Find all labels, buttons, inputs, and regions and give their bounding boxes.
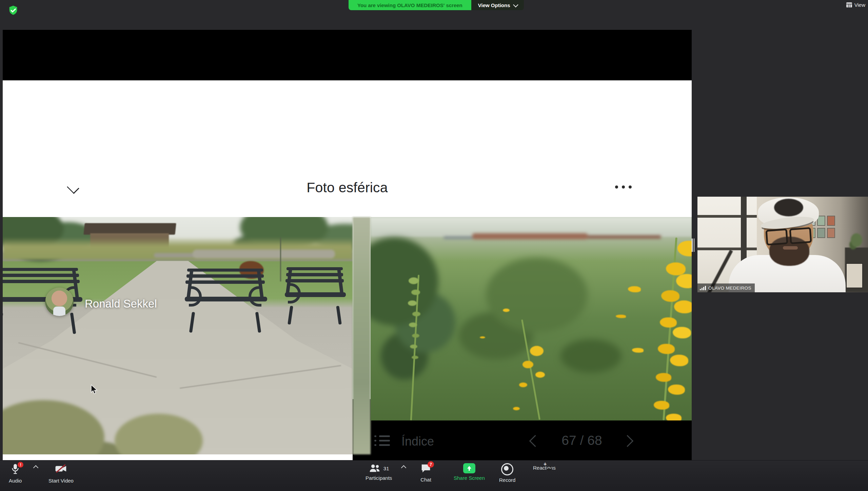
view-options-button[interactable]: View Options bbox=[471, 0, 524, 10]
chat-label: Chat bbox=[420, 477, 431, 483]
flower-stem bbox=[521, 319, 540, 420]
app-header bbox=[3, 80, 692, 137]
view-layout-icon bbox=[846, 2, 852, 7]
reactions-button[interactable]: + Reactions bbox=[533, 463, 556, 471]
framed-print bbox=[846, 263, 863, 288]
yellow-bloom-cluster bbox=[530, 346, 544, 356]
audio-button[interactable]: ! Audio bbox=[9, 463, 22, 484]
chevron-down-icon bbox=[513, 2, 518, 7]
audio-options-caret[interactable] bbox=[33, 465, 39, 471]
distant-roofs bbox=[472, 233, 588, 239]
audio-alert-badge: ! bbox=[18, 462, 23, 468]
camera-off-icon bbox=[55, 463, 67, 475]
participants-count: 31 bbox=[383, 466, 389, 471]
audio-label: Audio bbox=[9, 478, 22, 484]
start-video-label: Start Video bbox=[48, 478, 74, 484]
index-list-icon[interactable] bbox=[374, 435, 390, 447]
yellow-bloom-cluster bbox=[677, 241, 692, 256]
previous-photo-button[interactable] bbox=[528, 435, 539, 447]
participant-video-tile[interactable]: OLAVO MEDEIROS bbox=[697, 197, 868, 292]
chat-button[interactable]: 7 Chat bbox=[420, 463, 431, 483]
plant bbox=[851, 233, 862, 247]
participants-label: Participants bbox=[366, 475, 392, 481]
overflow-menu-button[interactable] bbox=[615, 185, 632, 189]
sapling bbox=[280, 237, 281, 281]
leaf-mass bbox=[486, 258, 588, 332]
green-flower-buds bbox=[409, 277, 419, 284]
start-video-button[interactable]: Start Video bbox=[48, 463, 74, 484]
participant-mouth bbox=[783, 246, 798, 250]
shared-screen-area: Foto esférica bbox=[3, 30, 692, 460]
cap-logo bbox=[774, 199, 803, 216]
index-label[interactable]: Índice bbox=[401, 434, 434, 449]
screen-share-banner: You are viewing OLAVO MEDEIROS' screen V… bbox=[349, 0, 524, 10]
view-button-label: View bbox=[854, 2, 865, 8]
window-mullion bbox=[697, 215, 757, 218]
yellow-flowers-photo[interactable] bbox=[371, 217, 692, 420]
window-mullion bbox=[697, 248, 757, 250]
photographer-name[interactable]: Ronald Sekkel bbox=[85, 297, 157, 310]
meeting-security-shield-icon[interactable] bbox=[7, 5, 19, 16]
glasses-lens bbox=[765, 229, 788, 246]
next-photo-button[interactable] bbox=[623, 435, 634, 447]
record-label: Record bbox=[499, 477, 515, 483]
flower-stem bbox=[663, 237, 677, 420]
photographer-avatar[interactable] bbox=[45, 288, 74, 316]
park-bench bbox=[185, 269, 265, 318]
glasses-lens bbox=[789, 227, 812, 244]
share-screen-button[interactable]: Share Screen bbox=[454, 463, 485, 481]
view-options-label: View Options bbox=[478, 2, 510, 8]
rocks bbox=[193, 250, 335, 258]
record-icon bbox=[501, 463, 513, 475]
share-screen-icon bbox=[463, 463, 475, 473]
viewing-screen-label: You are viewing OLAVO MEDEIROS' screen bbox=[349, 0, 471, 10]
chat-unread-badge: 7 bbox=[428, 461, 434, 468]
photo-edge-fade bbox=[353, 217, 371, 454]
record-button[interactable]: Record bbox=[499, 463, 515, 483]
participant-name-tag: OLAVO MEDEIROS bbox=[697, 283, 755, 292]
page-title: Foto esférica bbox=[3, 180, 692, 196]
participant-name: OLAVO MEDEIROS bbox=[708, 286, 751, 291]
photo-sphere-app: Foto esférica bbox=[3, 80, 692, 399]
zoom-meeting-window: You are viewing OLAVO MEDEIROS' screen V… bbox=[0, 0, 868, 491]
street-view-park-photo[interactable] bbox=[3, 217, 353, 454]
share-screen-label: Share Screen bbox=[454, 475, 485, 481]
participants-button[interactable]: 31 Participants bbox=[366, 463, 392, 481]
thumbnail-drag-handle[interactable] bbox=[692, 237, 695, 253]
shed-roof bbox=[83, 223, 176, 235]
page-indicator: 67 / 68 bbox=[555, 433, 609, 448]
tree-mass bbox=[371, 237, 438, 326]
reactions-plus-icon: + bbox=[544, 461, 547, 467]
participants-icon bbox=[369, 463, 381, 473]
meeting-toolbar: ! Audio Start Video bbox=[0, 460, 868, 491]
signal-strength-icon bbox=[700, 286, 706, 290]
park-bench bbox=[285, 267, 344, 311]
view-button[interactable]: View bbox=[846, 2, 865, 8]
participants-options-caret[interactable] bbox=[401, 465, 407, 471]
